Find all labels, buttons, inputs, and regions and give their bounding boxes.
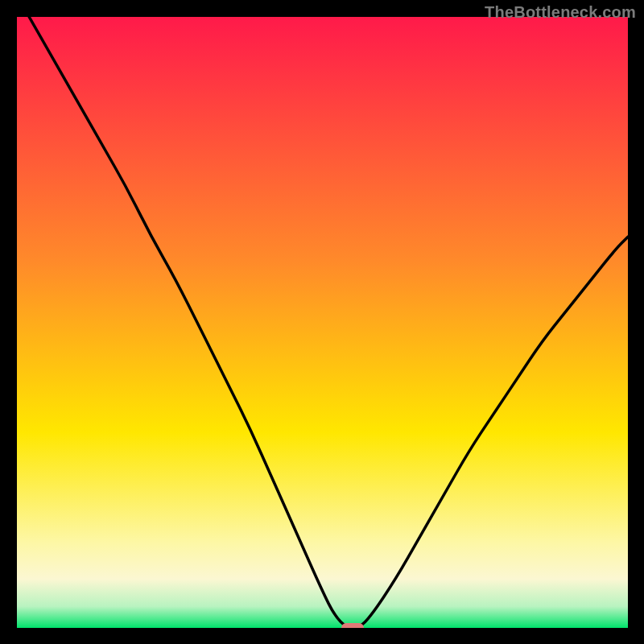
- bottleneck-curve: [17, 17, 628, 628]
- chart-stage: TheBottleneck.com: [0, 0, 644, 644]
- watermark-text: TheBottleneck.com: [485, 3, 636, 22]
- plot-area: [17, 17, 628, 628]
- minimum-marker: [341, 623, 364, 628]
